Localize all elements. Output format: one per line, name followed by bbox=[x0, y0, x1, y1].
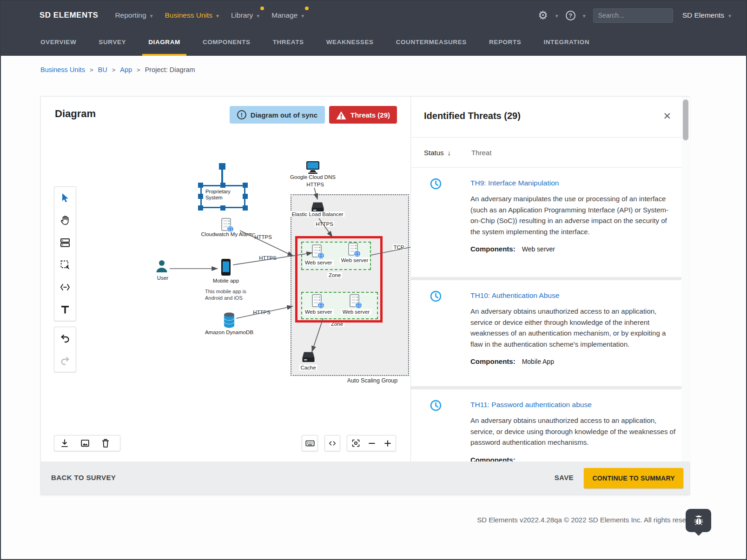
top-navigation: SD ELEMENTS Reporting ▼ Business Units ▼… bbox=[1, 1, 746, 56]
column-status-sort[interactable]: Status ↓ bbox=[424, 149, 451, 157]
undo-button[interactable] bbox=[54, 327, 76, 349]
close-icon[interactable]: ✕ bbox=[663, 111, 671, 122]
main-menu: Reporting ▼ Business Units ▼ Library ▼ M… bbox=[109, 11, 311, 20]
selection-handle[interactable] bbox=[198, 205, 203, 211]
keyboard-shortcuts-button[interactable] bbox=[302, 435, 317, 451]
threat-link[interactable]: TH11: Password authentication abuse bbox=[470, 401, 670, 409]
node-user[interactable] bbox=[155, 259, 169, 275]
warning-triangle-icon bbox=[336, 110, 346, 120]
threat-link[interactable]: TH10: Authentication Abuse bbox=[470, 291, 670, 300]
selection-handle[interactable] bbox=[198, 183, 203, 188]
node-cache[interactable] bbox=[302, 351, 315, 364]
threat-row[interactable]: TH10: Authentication Abuse An adversary … bbox=[411, 280, 681, 386]
tab-survey[interactable]: SURVEY bbox=[93, 30, 132, 56]
scrollbar-thumb[interactable] bbox=[683, 99, 688, 140]
report-bug-button[interactable] bbox=[686, 509, 711, 532]
tab-threats[interactable]: THREATS bbox=[267, 30, 310, 56]
node-web-server[interactable] bbox=[350, 294, 363, 311]
connector-endpoint[interactable] bbox=[219, 163, 225, 170]
edge-label-https: HTTPS bbox=[252, 310, 271, 315]
project-tabs: OVERVIEW SURVEY DIAGRAM COMPONENTS THREA… bbox=[1, 30, 746, 56]
download-button[interactable] bbox=[54, 435, 75, 451]
tab-diagram[interactable]: DIAGRAM bbox=[142, 30, 186, 56]
zone-label: Zone bbox=[330, 321, 344, 327]
tab-countermeasures[interactable]: COUNTERMEASURES bbox=[390, 30, 473, 56]
redo-button[interactable] bbox=[54, 349, 76, 372]
zone-tool[interactable] bbox=[54, 254, 76, 276]
menu-library[interactable]: Library ▼ bbox=[231, 11, 260, 20]
minus-icon bbox=[367, 439, 377, 448]
server-icon bbox=[302, 351, 315, 362]
threat-link[interactable]: TH9: Interface Manipulation bbox=[470, 179, 670, 187]
breadcrumb: Business Units > BU > App > Project: Dia… bbox=[40, 66, 195, 73]
marquee-icon bbox=[59, 259, 71, 270]
text-tool[interactable] bbox=[54, 298, 76, 321]
selection-handle[interactable] bbox=[220, 183, 225, 188]
components-label: Components: bbox=[470, 357, 516, 365]
help-icon[interactable]: ? bbox=[566, 11, 575, 20]
panel-scrollbar[interactable] bbox=[681, 97, 690, 462]
zoom-out-button[interactable] bbox=[364, 435, 380, 451]
component-tool[interactable] bbox=[54, 231, 76, 254]
divider bbox=[411, 386, 681, 389]
breadcrumb-app[interactable]: App bbox=[120, 66, 132, 73]
select-tool[interactable] bbox=[54, 187, 76, 209]
node-label: Web server bbox=[340, 257, 370, 263]
chevron-down-icon[interactable]: ▼ bbox=[555, 13, 559, 19]
export-image-button[interactable] bbox=[75, 435, 95, 451]
page-title: Diagram bbox=[55, 108, 96, 120]
tab-weaknesses[interactable]: WEAKNESSES bbox=[320, 30, 380, 56]
node-mobile-app[interactable] bbox=[221, 258, 231, 278]
diagram-card: Diagram ! Diagram out of sync Threats (2… bbox=[40, 96, 690, 495]
account-menu[interactable]: SD Elements ▼ bbox=[682, 11, 732, 20]
threats-count-button[interactable]: Threats (29) bbox=[329, 106, 397, 124]
selection-handle[interactable] bbox=[243, 194, 248, 199]
save-button[interactable]: SAVE bbox=[555, 474, 574, 481]
canvas-actions-toolbar bbox=[54, 435, 120, 451]
node-web-server[interactable] bbox=[348, 243, 361, 259]
selection-handle[interactable] bbox=[243, 205, 248, 211]
tab-integration[interactable]: INTEGRATION bbox=[537, 30, 595, 56]
fit-view-button[interactable] bbox=[347, 435, 364, 451]
node-label: User bbox=[156, 275, 170, 281]
threat-row[interactable]: TH11: Password authentication abuse An a… bbox=[411, 389, 681, 462]
breadcrumb-business-units[interactable]: Business Units bbox=[40, 66, 85, 73]
node-web-server[interactable] bbox=[312, 294, 325, 311]
app-logo: SD ELEMENTS bbox=[40, 11, 98, 20]
gear-icon[interactable]: ⚙ bbox=[538, 10, 548, 21]
node-amazon-dynamodb[interactable] bbox=[223, 312, 236, 330]
selection-handle[interactable] bbox=[198, 194, 203, 199]
search-input[interactable] bbox=[593, 8, 673, 23]
delete-button[interactable] bbox=[95, 435, 116, 451]
auto-scaling-group-boundary[interactable] bbox=[291, 194, 409, 376]
menu-business-units[interactable]: Business Units ▼ bbox=[165, 11, 220, 20]
column-threat: Threat bbox=[471, 149, 491, 157]
diagram-canvas[interactable]: Diagram ! Diagram out of sync Threats (2… bbox=[41, 97, 410, 462]
redo-icon bbox=[59, 355, 71, 366]
tab-components[interactable]: COMPONENTS bbox=[197, 30, 257, 56]
tab-overview[interactable]: OVERVIEW bbox=[34, 30, 82, 56]
code-view-button[interactable] bbox=[325, 435, 340, 451]
continue-to-summary-button[interactable]: CONTINUE TO SUMMARY bbox=[584, 468, 683, 488]
selection-handle[interactable] bbox=[243, 183, 248, 188]
components-value: Web server bbox=[522, 245, 555, 253]
dataflow-tool[interactable] bbox=[54, 276, 76, 298]
image-icon bbox=[80, 438, 90, 448]
edge-label-https: HTTPS bbox=[305, 182, 325, 187]
back-to-survey-button[interactable]: BACK TO SURVEY bbox=[51, 474, 116, 481]
zoom-in-button[interactable] bbox=[380, 435, 396, 451]
notification-dot bbox=[305, 7, 309, 10]
identified-threats-panel: Identified Threats (29) ✕ Status ↓ Threa… bbox=[410, 97, 681, 462]
tab-reports[interactable]: REPORTS bbox=[483, 30, 527, 56]
breadcrumb-bu[interactable]: BU bbox=[98, 66, 107, 73]
node-web-server[interactable] bbox=[312, 244, 325, 261]
menu-reporting[interactable]: Reporting ▼ bbox=[115, 11, 153, 20]
threat-row[interactable]: TH9: Interface Manipulation An adversary… bbox=[411, 168, 681, 277]
menu-manage[interactable]: Manage ▼ bbox=[271, 11, 305, 20]
selection-handle[interactable] bbox=[220, 205, 225, 211]
diagram-out-of-sync-badge[interactable]: ! Diagram out of sync bbox=[230, 106, 325, 124]
pan-tool[interactable] bbox=[54, 209, 76, 231]
node-proprietary-system[interactable]: Proprietary System bbox=[200, 185, 245, 208]
threats-list[interactable]: TH9: Interface Manipulation An adversary… bbox=[411, 168, 681, 462]
chevron-down-icon[interactable]: ▼ bbox=[582, 13, 587, 19]
